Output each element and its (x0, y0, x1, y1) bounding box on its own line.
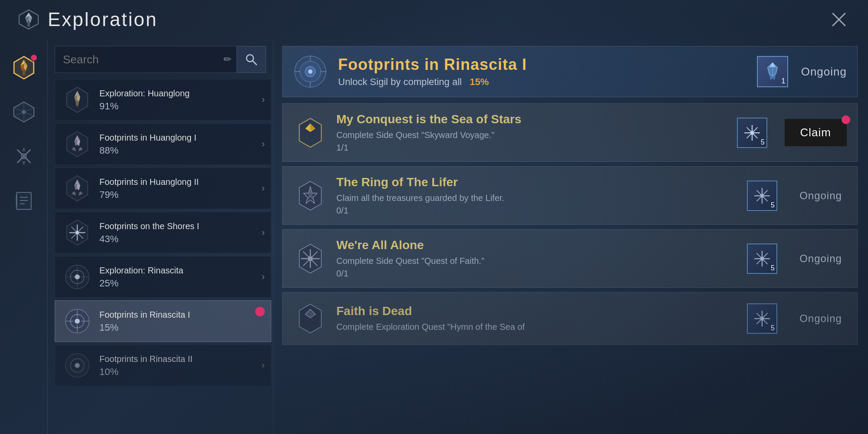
task-name-conquest: My Conquest is the Sea of Stars (336, 112, 720, 126)
quest-item-info-huanglong: Exploration: Huanglong 91% (99, 88, 264, 112)
task-progress-alone: 0/1 (336, 269, 730, 279)
exploration-icon (17, 8, 40, 31)
main-layout: ✏ (0, 39, 868, 434)
header-left: Exploration (17, 8, 158, 31)
quest-item-info-rinascita: Exploration: Rinascita 25% (99, 265, 264, 289)
svg-point-71 (75, 363, 80, 368)
svg-point-100 (760, 194, 764, 197)
detail-header-info: Footprints in Rinascita I Unlock Sigil b… (338, 56, 757, 88)
task-desc-ring: Claim all the treasures guarded by the L… (336, 192, 730, 204)
header-title: Exploration (48, 9, 158, 30)
task-info-ring: The Ring of The Lifer Claim all the trea… (336, 175, 730, 216)
svg-marker-23 (22, 161, 26, 166)
quest-item-info-fr1: Footprints in Rinascita I 15% (99, 309, 264, 333)
arrow-icon: › (262, 227, 265, 238)
svg-point-118 (760, 317, 764, 321)
svg-point-64 (75, 319, 80, 324)
arrow-icon: › (262, 183, 265, 194)
task-reward-alone: 5 (747, 243, 777, 274)
quest-icon-fh2 (62, 173, 92, 204)
task-icon-faith (293, 301, 328, 336)
header: Exploration (0, 0, 868, 39)
quest-list-item[interactable]: Footprints on the Shores I 43% › (55, 212, 271, 253)
quest-list-item[interactable]: Footprints in Huanglong II 79% › (55, 168, 271, 209)
quest-items-list: Exploration: Huanglong 91% › (55, 79, 273, 427)
reward-icon-box: 1 (757, 56, 788, 87)
quest-item-name: Exploration: Rinascita (99, 265, 264, 276)
claim-button[interactable]: Claim (785, 119, 847, 146)
task-reward-box: 5 (747, 243, 777, 274)
svg-marker-22 (22, 147, 26, 152)
quest-item-percent: 10% (99, 366, 264, 378)
quest-item-name: Footprints in Rinascita I (99, 309, 264, 320)
detail-panel: Footprints in Rinascita I Unlock Sigil b… (273, 39, 868, 434)
arrow-icon: › (262, 360, 265, 371)
quest-list-item-active[interactable]: Footprints in Rinascita I 15% (55, 300, 271, 342)
detail-header-reward: 1 (757, 56, 788, 87)
detail-header-emblem (293, 54, 328, 89)
task-action-conquest: Claim (785, 119, 847, 146)
close-button[interactable] (827, 8, 851, 31)
sidebar-item-journal[interactable] (8, 185, 39, 216)
task-reward-conquest: 5 (737, 118, 767, 148)
svg-line-30 (253, 61, 256, 65)
svg-point-56 (76, 231, 79, 234)
arrow-icon: › (262, 138, 265, 150)
detail-status: Ongoing (801, 65, 847, 79)
task-progress-ring: 0/1 (336, 206, 730, 216)
detail-subtitle: Unlock Sigil by completing all 15% (338, 76, 757, 88)
task-desc-faith: Complete Exploration Quest "Hymn of the … (336, 321, 730, 333)
quest-list-item[interactable]: Exploration: Rinascita 25% › (55, 256, 271, 298)
quest-item-info-shores1: Footprints on the Shores I 43% (99, 220, 264, 245)
svg-point-106 (308, 256, 313, 261)
quest-list-item[interactable]: Footprints in Rinascita II 10% › (55, 345, 271, 386)
quest-item-percent: 25% (99, 278, 264, 289)
task-reward-ring: 5 (747, 181, 777, 211)
task-icon-alone (293, 241, 328, 276)
task-info-conquest: My Conquest is the Sea of Stars Complete… (336, 112, 720, 153)
svg-rect-13 (22, 69, 25, 75)
svg-rect-5 (27, 20, 30, 26)
detail-header: Footprints in Rinascita I Unlock Sigil b… (282, 46, 858, 97)
arrow-icon: › (262, 94, 265, 105)
task-action-ring: Ongoing (795, 190, 847, 202)
task-icon-ring (293, 178, 328, 213)
quest-list-item[interactable]: Footprints in Huanglong I 88% › (55, 123, 271, 165)
task-item-conquest: My Conquest is the Sea of Stars Complete… (282, 103, 858, 162)
svg-rect-24 (16, 192, 31, 209)
sidebar-item-map[interactable] (8, 96, 39, 128)
quest-item-name: Footprints in Huanglong II (99, 176, 264, 187)
task-reward-count: 5 (771, 264, 775, 272)
quest-icon-fh1 (62, 129, 92, 159)
sidebar-icons (0, 39, 48, 434)
svg-marker-84 (299, 118, 322, 147)
svg-point-92 (750, 131, 754, 135)
task-info-alone: We're All Alone Complete Side Quest "Que… (336, 238, 730, 279)
quest-icon-fr2 (62, 350, 92, 381)
quest-item-name: Footprints in Rinascita II (99, 353, 264, 365)
task-reward-count: 5 (771, 324, 775, 332)
quest-icon-shores1 (62, 217, 92, 248)
quest-item-info-fr2: Footprints in Rinascita II 10% (99, 353, 264, 378)
task-reward-box: 5 (747, 303, 777, 334)
svg-point-75 (308, 69, 312, 74)
ongoing-label: Ongoing (799, 190, 842, 201)
quest-item-percent: 91% (99, 101, 264, 112)
task-list: My Conquest is the Sea of Stars Complete… (282, 103, 858, 427)
ongoing-label: Ongoing (799, 312, 842, 324)
sidebar-item-combat[interactable] (8, 141, 39, 172)
search-button[interactable] (237, 46, 266, 73)
quest-list-item[interactable]: Exploration: Huanglong 91% › (55, 79, 271, 121)
task-desc-conquest: Complete Side Quest "Skyward Voyage." (336, 129, 720, 141)
task-reward-box: 5 (747, 181, 777, 211)
svg-point-111 (760, 256, 764, 260)
task-item-faith: Faith is Dead Complete Exploration Quest… (282, 292, 858, 345)
ongoing-label: Ongoing (799, 253, 842, 264)
sidebar-item-exploration[interactable] (8, 52, 39, 83)
search-input[interactable] (55, 46, 237, 73)
quest-item-percent: 88% (99, 145, 264, 156)
quest-item-info-fh2: Footprints in Huanglong II 79% (99, 176, 264, 201)
task-progress-conquest: 1/1 (336, 143, 720, 153)
svg-marker-112 (299, 304, 322, 333)
task-item-alone: We're All Alone Complete Side Quest "Que… (282, 229, 858, 288)
